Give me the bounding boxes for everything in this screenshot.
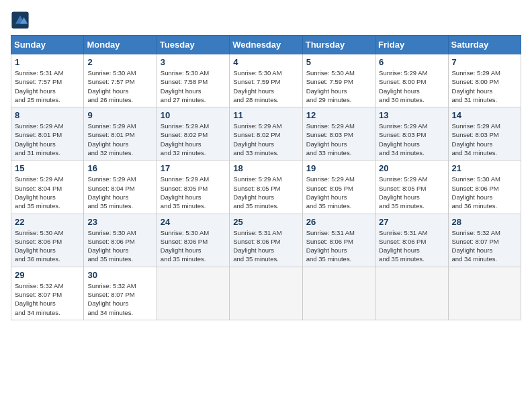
day-number: 3 xyxy=(161,57,226,67)
day-info: Sunrise: 5:30 AM Sunset: 7:58 PM Dayligh… xyxy=(161,68,226,104)
calendar-cell: 3 Sunrise: 5:30 AM Sunset: 7:58 PM Dayli… xyxy=(157,54,229,107)
logo-icon xyxy=(11,11,30,30)
day-info: Sunrise: 5:31 AM Sunset: 8:06 PM Dayligh… xyxy=(379,228,444,264)
calendar-cell: 30 Sunrise: 5:32 AM Sunset: 8:07 PM Dayl… xyxy=(84,267,157,320)
day-number: 26 xyxy=(306,217,371,227)
calendar-cell: 10 Sunrise: 5:29 AM Sunset: 8:02 PM Dayl… xyxy=(157,107,229,161)
day-info: Sunrise: 5:29 AM Sunset: 8:02 PM Dayligh… xyxy=(161,122,226,157)
day-info: Sunrise: 5:31 AM Sunset: 7:57 PM Dayligh… xyxy=(15,68,80,104)
day-info: Sunrise: 5:30 AM Sunset: 7:59 PM Dayligh… xyxy=(233,68,298,104)
calendar-cell: 20 Sunrise: 5:29 AM Sunset: 8:05 PM Dayl… xyxy=(375,161,448,214)
calendar-cell xyxy=(375,267,448,320)
day-number: 5 xyxy=(306,57,371,67)
day-number: 1 xyxy=(15,57,80,67)
calendar-cell: 26 Sunrise: 5:31 AM Sunset: 8:06 PM Dayl… xyxy=(302,214,375,267)
calendar-cell xyxy=(230,267,302,320)
day-info: Sunrise: 5:30 AM Sunset: 7:57 PM Dayligh… xyxy=(87,68,152,104)
day-number: 6 xyxy=(379,57,444,67)
day-number: 29 xyxy=(15,270,80,280)
column-header-friday: Friday xyxy=(375,36,448,54)
column-header-saturday: Saturday xyxy=(448,36,521,54)
calendar-cell xyxy=(157,267,229,320)
day-number: 11 xyxy=(233,110,298,120)
day-info: Sunrise: 5:29 AM Sunset: 8:04 PM Dayligh… xyxy=(87,175,152,210)
calendar-cell: 14 Sunrise: 5:29 AM Sunset: 8:03 PM Dayl… xyxy=(448,107,521,161)
calendar-cell: 2 Sunrise: 5:30 AM Sunset: 7:57 PM Dayli… xyxy=(84,54,157,107)
day-info: Sunrise: 5:32 AM Sunset: 8:07 PM Dayligh… xyxy=(452,228,517,264)
day-info: Sunrise: 5:29 AM Sunset: 8:03 PM Dayligh… xyxy=(306,122,371,157)
calendar-cell: 15 Sunrise: 5:29 AM Sunset: 8:04 PM Dayl… xyxy=(11,161,84,214)
column-header-thursday: Thursday xyxy=(302,36,375,54)
day-number: 17 xyxy=(161,163,226,173)
calendar-cell: 28 Sunrise: 5:32 AM Sunset: 8:07 PM Dayl… xyxy=(448,214,521,267)
calendar-header-row: SundayMondayTuesdayWednesdayThursdayFrid… xyxy=(11,36,521,54)
column-header-monday: Monday xyxy=(84,36,157,54)
day-info: Sunrise: 5:32 AM Sunset: 8:07 PM Dayligh… xyxy=(87,281,152,317)
day-info: Sunrise: 5:31 AM Sunset: 8:06 PM Dayligh… xyxy=(233,228,298,264)
day-number: 9 xyxy=(87,110,152,120)
day-number: 22 xyxy=(15,217,80,227)
day-number: 30 xyxy=(87,270,152,280)
calendar-cell: 6 Sunrise: 5:29 AM Sunset: 8:00 PM Dayli… xyxy=(375,54,448,107)
calendar-week-row: 1 Sunrise: 5:31 AM Sunset: 7:57 PM Dayli… xyxy=(11,54,521,107)
day-number: 2 xyxy=(87,57,152,67)
day-info: Sunrise: 5:32 AM Sunset: 8:07 PM Dayligh… xyxy=(15,281,80,317)
day-number: 14 xyxy=(452,110,517,120)
calendar-cell: 13 Sunrise: 5:29 AM Sunset: 8:03 PM Dayl… xyxy=(375,107,448,161)
day-number: 21 xyxy=(452,163,517,173)
day-number: 7 xyxy=(452,57,517,67)
day-info: Sunrise: 5:29 AM Sunset: 8:05 PM Dayligh… xyxy=(306,175,371,210)
calendar-cell: 4 Sunrise: 5:30 AM Sunset: 7:59 PM Dayli… xyxy=(230,54,302,107)
column-header-wednesday: Wednesday xyxy=(230,36,302,54)
day-info: Sunrise: 5:29 AM Sunset: 8:01 PM Dayligh… xyxy=(15,122,80,157)
day-info: Sunrise: 5:29 AM Sunset: 8:02 PM Dayligh… xyxy=(233,122,298,157)
calendar-cell: 18 Sunrise: 5:29 AM Sunset: 8:05 PM Dayl… xyxy=(230,161,302,214)
calendar-cell: 29 Sunrise: 5:32 AM Sunset: 8:07 PM Dayl… xyxy=(11,267,84,320)
calendar-cell: 25 Sunrise: 5:31 AM Sunset: 8:06 PM Dayl… xyxy=(230,214,302,267)
calendar-week-row: 29 Sunrise: 5:32 AM Sunset: 8:07 PM Dayl… xyxy=(11,267,521,320)
calendar-cell: 16 Sunrise: 5:29 AM Sunset: 8:04 PM Dayl… xyxy=(84,161,157,214)
calendar-cell: 12 Sunrise: 5:29 AM Sunset: 8:03 PM Dayl… xyxy=(302,107,375,161)
day-number: 23 xyxy=(87,217,152,227)
day-number: 18 xyxy=(233,163,298,173)
calendar-cell: 23 Sunrise: 5:30 AM Sunset: 8:06 PM Dayl… xyxy=(84,214,157,267)
column-header-sunday: Sunday xyxy=(11,36,84,54)
page-header xyxy=(11,11,521,30)
day-info: Sunrise: 5:29 AM Sunset: 8:05 PM Dayligh… xyxy=(233,175,298,210)
calendar-cell: 22 Sunrise: 5:30 AM Sunset: 8:06 PM Dayl… xyxy=(11,214,84,267)
day-number: 20 xyxy=(379,163,444,173)
calendar-cell: 8 Sunrise: 5:29 AM Sunset: 8:01 PM Dayli… xyxy=(11,107,84,161)
calendar-cell: 24 Sunrise: 5:30 AM Sunset: 8:06 PM Dayl… xyxy=(157,214,229,267)
calendar-cell xyxy=(448,267,521,320)
day-number: 19 xyxy=(306,163,371,173)
day-info: Sunrise: 5:29 AM Sunset: 8:00 PM Dayligh… xyxy=(452,68,517,104)
calendar-week-row: 22 Sunrise: 5:30 AM Sunset: 8:06 PM Dayl… xyxy=(11,214,521,267)
calendar-cell xyxy=(302,267,375,320)
calendar-cell: 7 Sunrise: 5:29 AM Sunset: 8:00 PM Dayli… xyxy=(448,54,521,107)
calendar-cell: 1 Sunrise: 5:31 AM Sunset: 7:57 PM Dayli… xyxy=(11,54,84,107)
calendar-table: SundayMondayTuesdayWednesdayThursdayFrid… xyxy=(11,35,521,320)
day-number: 27 xyxy=(379,217,444,227)
day-info: Sunrise: 5:29 AM Sunset: 8:05 PM Dayligh… xyxy=(379,175,444,210)
calendar-cell: 11 Sunrise: 5:29 AM Sunset: 8:02 PM Dayl… xyxy=(230,107,302,161)
calendar-week-row: 15 Sunrise: 5:29 AM Sunset: 8:04 PM Dayl… xyxy=(11,161,521,214)
day-number: 10 xyxy=(161,110,226,120)
logo xyxy=(11,11,32,30)
day-info: Sunrise: 5:29 AM Sunset: 8:00 PM Dayligh… xyxy=(379,68,444,104)
calendar-cell: 27 Sunrise: 5:31 AM Sunset: 8:06 PM Dayl… xyxy=(375,214,448,267)
day-info: Sunrise: 5:29 AM Sunset: 8:01 PM Dayligh… xyxy=(87,122,152,157)
day-info: Sunrise: 5:31 AM Sunset: 8:06 PM Dayligh… xyxy=(306,228,371,264)
day-info: Sunrise: 5:29 AM Sunset: 8:05 PM Dayligh… xyxy=(161,175,226,210)
calendar-week-row: 8 Sunrise: 5:29 AM Sunset: 8:01 PM Dayli… xyxy=(11,107,521,161)
day-number: 12 xyxy=(306,110,371,120)
column-header-tuesday: Tuesday xyxy=(157,36,229,54)
day-number: 8 xyxy=(15,110,80,120)
day-number: 28 xyxy=(452,217,517,227)
day-number: 4 xyxy=(233,57,298,67)
day-info: Sunrise: 5:30 AM Sunset: 7:59 PM Dayligh… xyxy=(306,68,371,104)
day-info: Sunrise: 5:30 AM Sunset: 8:06 PM Dayligh… xyxy=(87,228,152,264)
day-number: 15 xyxy=(15,163,80,173)
day-info: Sunrise: 5:30 AM Sunset: 8:06 PM Dayligh… xyxy=(452,175,517,210)
calendar-cell: 19 Sunrise: 5:29 AM Sunset: 8:05 PM Dayl… xyxy=(302,161,375,214)
day-number: 24 xyxy=(161,217,226,227)
